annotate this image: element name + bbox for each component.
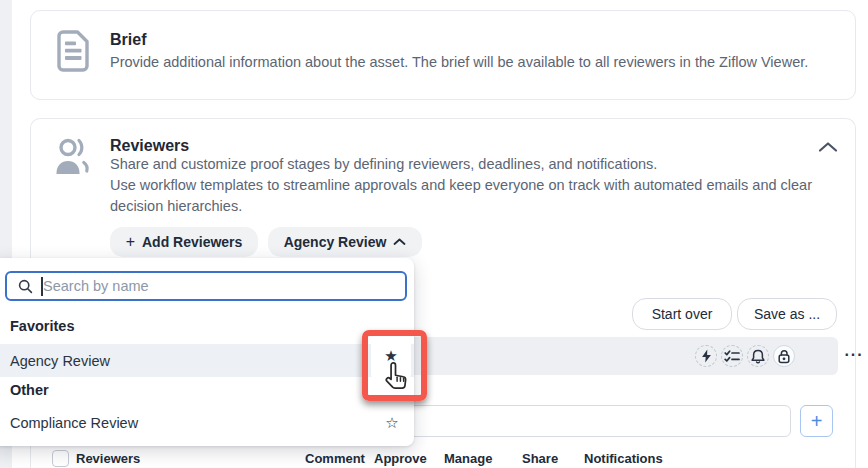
decisions-checklist-icon[interactable] bbox=[721, 345, 743, 367]
notifications-bell-icon[interactable] bbox=[747, 345, 769, 367]
workflow-template-button[interactable]: Agency Review bbox=[268, 227, 422, 257]
save-as-button[interactable]: Save as ... bbox=[737, 298, 837, 330]
reviewers-description-line: Share and customize proof stages by defi… bbox=[110, 154, 812, 175]
favorites-section-header: Favorites bbox=[10, 318, 74, 334]
brief-document-icon bbox=[54, 28, 92, 78]
add-reviewer-plus-button[interactable]: + bbox=[800, 405, 833, 437]
column-header-manage: Manage bbox=[444, 451, 492, 466]
reviewers-description-line: Use workflow templates to streamline app… bbox=[110, 175, 812, 196]
reviewers-title: Reviewers bbox=[110, 137, 189, 155]
plus-icon: + bbox=[811, 410, 823, 433]
column-header-approve: Approve bbox=[374, 451, 427, 466]
favorite-star-outline-icon[interactable]: ☆ bbox=[383, 414, 401, 432]
reviewers-people-icon bbox=[52, 136, 98, 182]
collapse-section-chevron-up-icon[interactable] bbox=[818, 139, 838, 157]
plus-icon: + bbox=[126, 233, 135, 251]
template-item-label: Agency Review bbox=[10, 353, 110, 369]
workflow-template-dropdown: Favorites Agency Review ★ Other Complian… bbox=[0, 258, 414, 446]
template-item-label: Compliance Review bbox=[10, 415, 138, 431]
search-input[interactable] bbox=[43, 274, 393, 298]
template-item-compliance-review[interactable]: Compliance Review bbox=[0, 406, 414, 439]
hand-cursor-icon bbox=[381, 361, 411, 397]
select-all-checkbox[interactable] bbox=[52, 450, 69, 467]
more-options-ellipsis-icon[interactable]: ··· bbox=[839, 340, 868, 370]
template-item-agency-review[interactable]: Agency Review bbox=[0, 344, 414, 377]
dropdown-search-box[interactable] bbox=[5, 271, 407, 301]
start-over-button[interactable]: Start over bbox=[632, 298, 732, 330]
reviewers-description: Share and customize proof stages by defi… bbox=[110, 154, 812, 217]
lock-stage-icon[interactable] bbox=[773, 345, 795, 367]
column-header-reviewers: Reviewers bbox=[76, 451, 140, 466]
workflow-template-label: Agency Review bbox=[284, 234, 387, 250]
star-glyph: ☆ bbox=[385, 414, 398, 431]
other-section-header: Other bbox=[10, 382, 49, 398]
proof-setup-page: Brief Provide additional information abo… bbox=[0, 0, 868, 468]
add-reviewers-label: Add Reviewers bbox=[142, 234, 242, 250]
column-header-comment: Comment bbox=[305, 451, 365, 466]
reviewers-table-header: Reviewers Comment Approve Manage Share N… bbox=[0, 449, 868, 468]
column-header-notifications: Notifications bbox=[584, 451, 663, 466]
chevron-up-icon bbox=[393, 238, 406, 246]
brief-description: Provide additional information about the… bbox=[110, 54, 808, 70]
automation-lightning-icon[interactable] bbox=[695, 345, 717, 367]
add-reviewers-button[interactable]: + Add Reviewers bbox=[110, 227, 258, 257]
column-header-share: Share bbox=[522, 451, 558, 466]
reviewers-description-line: decision hierarchies. bbox=[110, 196, 812, 217]
brief-title: Brief bbox=[110, 31, 146, 49]
search-icon bbox=[18, 279, 33, 298]
